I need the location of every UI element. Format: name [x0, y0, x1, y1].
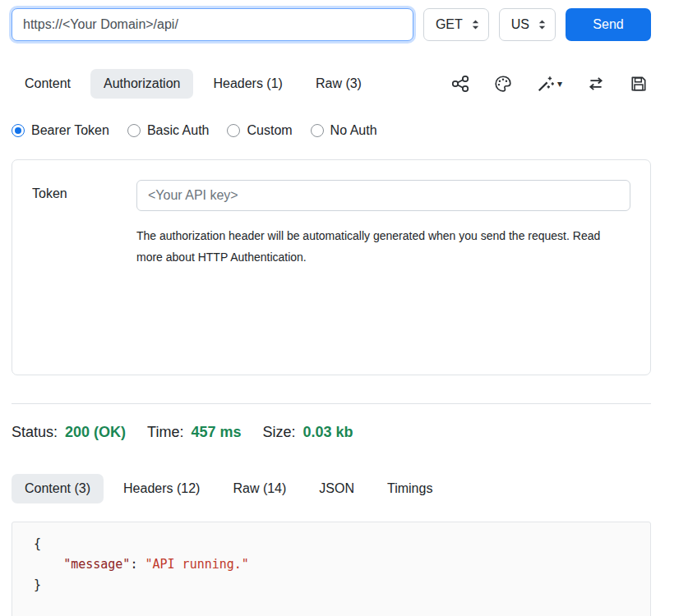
radio-selected-icon: [12, 124, 25, 137]
response-tab-json[interactable]: JSON: [306, 474, 367, 503]
auth-option-label: Bearer Token: [31, 123, 109, 138]
token-input[interactable]: [136, 180, 630, 211]
request-toolbar: ▾: [451, 75, 651, 93]
json-key: "message": [63, 557, 130, 572]
tab-authorization[interactable]: Authorization: [90, 69, 193, 99]
colon: :: [130, 557, 145, 572]
chevron-down-icon: ▾: [557, 79, 562, 89]
open-brace: {: [34, 536, 41, 551]
radio-icon: [227, 124, 240, 137]
response-status-row: Status: 200 (OK) Time: 457 ms Size: 0.03…: [12, 424, 651, 441]
response-tab-timings[interactable]: Timings: [374, 474, 446, 503]
code-line: }: [34, 575, 634, 595]
method-select[interactable]: GET: [423, 8, 489, 41]
auth-option-basic-auth[interactable]: Basic Auth: [127, 123, 210, 138]
tab-content[interactable]: Content: [12, 69, 84, 99]
time-label: Time:: [147, 424, 183, 441]
request-bar: GET US Send: [12, 0, 651, 41]
url-input[interactable]: [12, 8, 413, 41]
radio-icon: [127, 124, 141, 137]
tab-raw[interactable]: Raw (3): [302, 69, 375, 99]
auth-option-label: Basic Auth: [147, 123, 210, 138]
auth-option-bearer-token[interactable]: Bearer Token: [12, 123, 109, 138]
share-icon[interactable]: [451, 75, 469, 93]
code-line: {: [34, 534, 634, 554]
response-tab-content[interactable]: Content (3): [12, 474, 104, 503]
response-tab-headers[interactable]: Headers (12): [110, 474, 213, 503]
section-divider: [12, 403, 651, 404]
method-value: GET: [436, 17, 463, 32]
auth-option-custom[interactable]: Custom: [227, 123, 292, 138]
api-client-page: GET US Send Content Authorization Header…: [12, 0, 651, 616]
token-panel: Token The authorization header will be a…: [12, 159, 651, 375]
token-help-text: The authorization header will be automat…: [136, 226, 618, 269]
auth-option-no-auth[interactable]: No Auth: [311, 123, 377, 138]
response-body: { "message": "API running." }: [12, 522, 651, 616]
swap-arrows-icon[interactable]: [587, 75, 605, 93]
response-tab-raw[interactable]: Raw (14): [219, 474, 299, 503]
send-button[interactable]: Send: [566, 8, 651, 41]
radio-icon: [311, 124, 324, 137]
token-field-area: The authorization header will be automat…: [136, 180, 630, 269]
status-value: 200 (OK): [65, 424, 126, 441]
auth-type-options: Bearer Token Basic Auth Custom No Auth: [12, 123, 651, 138]
save-icon[interactable]: [630, 75, 648, 93]
select-updown-icon: [471, 19, 480, 30]
status-label: Status:: [12, 424, 58, 441]
size-value: 0.03 kb: [303, 424, 353, 441]
palette-icon[interactable]: [494, 75, 512, 93]
tab-headers[interactable]: Headers (1): [200, 69, 295, 99]
magic-wand-icon[interactable]: ▾: [537, 75, 562, 93]
token-label: Token: [32, 180, 136, 201]
auth-option-label: No Auth: [330, 123, 377, 138]
json-value: "API running.": [145, 557, 248, 572]
response-tabs: Content (3) Headers (12) Raw (14) JSON T…: [12, 474, 651, 503]
region-select[interactable]: US: [499, 8, 556, 41]
time-value: 457 ms: [191, 424, 241, 441]
indent: [34, 557, 63, 572]
code-line: "message": "API running.": [34, 554, 634, 575]
select-updown-icon: [538, 19, 547, 30]
region-value: US: [511, 17, 529, 32]
size-label: Size:: [262, 424, 295, 441]
close-brace: }: [34, 577, 41, 592]
auth-option-label: Custom: [247, 123, 292, 138]
request-tabs: Content Authorization Headers (1) Raw (3…: [12, 69, 651, 99]
